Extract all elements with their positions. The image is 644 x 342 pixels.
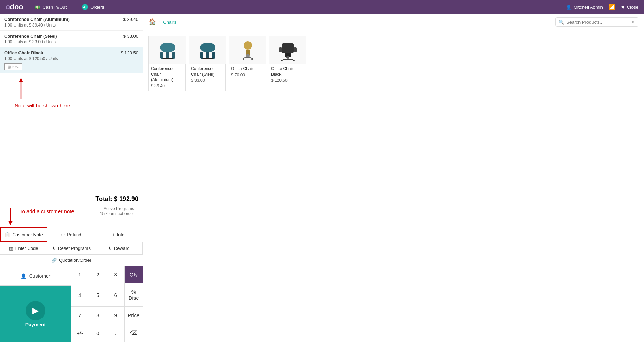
- num-1[interactable]: 1: [71, 266, 89, 283]
- note-text: test: [12, 64, 19, 69]
- office-chair-black-svg: [276, 40, 300, 61]
- order-line[interactable]: Conference Chair (Steel) $ 33.00 1.00 Un…: [0, 31, 143, 47]
- num-backspace[interactable]: ⌫: [125, 324, 143, 342]
- note-icon: 📋: [5, 232, 10, 237]
- main-layout: Conference Chair (Aluminium) $ 39.40 1.0…: [0, 14, 644, 342]
- enter-code-button[interactable]: ▦ Enter Code: [0, 242, 47, 255]
- svg-rect-17: [244, 57, 251, 58]
- odoo-logo: odoo: [6, 2, 23, 12]
- code-icon: ▦: [9, 246, 13, 251]
- customer-button[interactable]: 👤 Customer: [0, 266, 71, 285]
- num-price[interactable]: Price: [125, 307, 143, 324]
- arrow-right-icon: ▶: [32, 306, 39, 315]
- order-line-header: Office Chair Black $ 120.50: [4, 50, 138, 55]
- num-plusminus[interactable]: +/-: [71, 324, 89, 342]
- svg-point-4: [160, 43, 175, 52]
- username-label: Mitchell Admin: [574, 5, 603, 10]
- home-icon[interactable]: 🏠: [148, 18, 156, 26]
- customer-note-button[interactable]: 📋 Customer Note: [0, 227, 47, 242]
- orders-label: Orders: [90, 5, 104, 10]
- reset-programs-button[interactable]: ★ Reset Programs: [47, 242, 95, 255]
- breadcrumb-item[interactable]: Chairs: [163, 20, 176, 25]
- active-programs: Active Programs 15% on next order: [96, 206, 138, 217]
- num-disc[interactable]: % Disc: [125, 283, 143, 307]
- cash-in-out-button[interactable]: 💵 Cash In/Out: [31, 3, 70, 11]
- product-price-0: $ 39.40: [149, 83, 185, 88]
- svg-rect-18: [243, 58, 244, 60]
- product-card[interactable]: Conference Chair (Aluminium) $ 39.40: [148, 36, 186, 91]
- annotation-up: Note will be shown here: [0, 73, 143, 109]
- action-buttons-row2: ▦ Enter Code ★ Reset Programs ★ Reward: [0, 242, 143, 255]
- svg-rect-6: [162, 58, 174, 59]
- order-line-header: Conference Chair (Aluminium) $ 39.40: [4, 17, 138, 22]
- right-panel: 🏠 › Chairs 🔍 ✕: [143, 14, 644, 342]
- product-card[interactable]: Conference Chair (Steel) $ 33.00: [189, 36, 226, 91]
- top-navigation: odoo 💵 Cash In/Out 41 Orders 👤 Mitchell …: [0, 0, 644, 14]
- active-programs-label: Active Programs: [100, 206, 134, 211]
- svg-marker-1: [19, 77, 23, 82]
- num-6[interactable]: 6: [107, 283, 125, 307]
- nav-right: 👤 Mitchell Admin 📶 ✖ Close: [566, 4, 638, 10]
- order-line-price: $ 39.40: [123, 17, 138, 22]
- order-line-note: ▦ test: [4, 63, 22, 70]
- product-name-2: Office Chair: [229, 64, 266, 73]
- search-input[interactable]: [566, 20, 629, 25]
- svg-rect-12: [200, 52, 203, 59]
- search-clear-icon[interactable]: ✕: [631, 19, 635, 25]
- payment-button[interactable]: ▶: [26, 301, 45, 320]
- num-2[interactable]: 2: [89, 266, 107, 283]
- refund-label: Refund: [67, 232, 82, 237]
- product-image-3: [269, 36, 306, 64]
- order-line[interactable]: Conference Chair (Aluminium) $ 39.40 1.0…: [0, 14, 143, 31]
- order-line-selected[interactable]: Office Chair Black $ 120.50 1.00 Units a…: [0, 47, 143, 73]
- close-icon: ✖: [621, 5, 625, 10]
- product-card[interactable]: Office Chair Black $ 120.50: [269, 36, 306, 91]
- active-programs-value: 15% on next order: [100, 211, 134, 216]
- arrow-down-svg: [4, 206, 17, 225]
- order-line-header: Conference Chair (Steel) $ 33.00: [4, 34, 138, 39]
- order-line-name: Office Chair Black: [4, 50, 43, 55]
- reset-programs-label: Reset Programs: [58, 246, 91, 251]
- user-avatar-icon: 👤: [566, 5, 572, 10]
- refund-button[interactable]: ↩ Refund: [47, 227, 95, 242]
- enter-code-label: Enter Code: [15, 246, 38, 251]
- order-line-details: 1.00 Units at $ 39.40 / Units: [4, 23, 138, 28]
- svg-point-9: [200, 43, 215, 52]
- num-3[interactable]: 3: [107, 266, 125, 283]
- total-section: Total: $ 192.90: [0, 192, 143, 206]
- action-buttons-row1: 📋 Customer Note ↩ Refund ℹ Info: [0, 227, 143, 242]
- svg-rect-23: [283, 59, 293, 60]
- reward-button[interactable]: ★ Reward: [95, 242, 143, 255]
- wifi-icon: 📶: [608, 4, 615, 10]
- product-name-3: Office Chair Black: [269, 64, 306, 78]
- quotation-order-button[interactable]: 🔗 Quotation/Order: [0, 255, 143, 266]
- product-card[interactable]: Office Chair $ 70.00: [229, 36, 266, 91]
- close-button[interactable]: ✖ Close: [621, 5, 638, 10]
- num-5[interactable]: 5: [89, 283, 107, 307]
- svg-rect-7: [160, 52, 163, 59]
- customer-note-label: Customer Note: [12, 232, 43, 237]
- num-dot[interactable]: .: [107, 324, 125, 342]
- user-info[interactable]: 👤 Mitchell Admin: [566, 5, 603, 10]
- num-8[interactable]: 8: [89, 307, 107, 324]
- order-lines: Conference Chair (Aluminium) $ 39.40 1.0…: [0, 14, 143, 192]
- quotation-icon: 🔗: [51, 258, 57, 263]
- close-label: Close: [627, 5, 638, 10]
- svg-point-14: [244, 41, 252, 50]
- office-chair-svg: [236, 40, 260, 61]
- num-9[interactable]: 9: [107, 307, 125, 324]
- wifi-status: 📶: [608, 4, 615, 10]
- product-grid: Conference Chair (Aluminium) $ 39.40 C: [143, 30, 644, 97]
- info-button[interactable]: ℹ Info: [95, 227, 143, 242]
- breadcrumb-separator: ›: [159, 20, 160, 25]
- svg-rect-20: [282, 43, 294, 53]
- product-browser: 🏠 › Chairs 🔍 ✕: [143, 14, 644, 342]
- orders-button[interactable]: 41 Orders: [78, 2, 108, 12]
- num-qty[interactable]: Qty: [125, 266, 143, 283]
- num-4[interactable]: 4: [71, 283, 89, 307]
- order-line-name: Conference Chair (Steel): [4, 34, 57, 39]
- num-0[interactable]: 0: [89, 324, 107, 342]
- num-7[interactable]: 7: [71, 307, 89, 324]
- annotation-down-text: To add a customer note: [20, 206, 74, 214]
- total-value: $ 192.90: [114, 195, 138, 202]
